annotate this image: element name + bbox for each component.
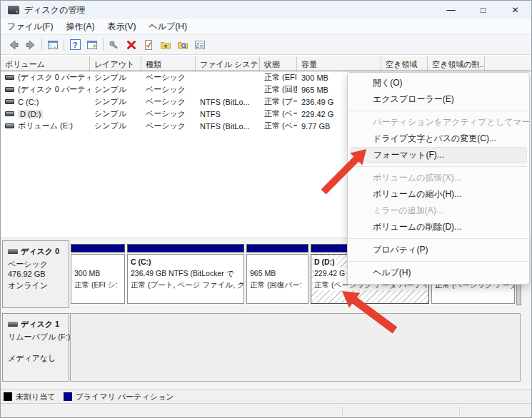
statusbar-divider — [459, 407, 460, 417]
delete-x-icon — [126, 39, 137, 51]
folder-search-button[interactable] — [174, 37, 191, 53]
volume-context-menu: 開く(O) エクスプローラー(E) パーティションをアクティブとしてマーク(M)… — [347, 72, 530, 285]
maximize-button[interactable]: □ — [467, 1, 499, 19]
delete-volume-button[interactable] — [123, 37, 140, 53]
menu-separator — [348, 111, 528, 111]
partition-color-bar — [127, 244, 244, 253]
column-header-capacity[interactable]: 容量 — [297, 56, 381, 71]
toolbar-separator — [64, 39, 64, 51]
console-tree-button[interactable] — [44, 37, 61, 53]
volume-icon — [5, 111, 14, 116]
titlebar: ディスクの管理 — □ ✕ — [1, 1, 531, 19]
legend-primary-swatch — [64, 392, 72, 401]
properties-tool-button[interactable] — [106, 37, 123, 53]
disk0-header[interactable]: ディスク 0 ベーシック 476.92 GB オンライン — [2, 240, 69, 308]
menu-help[interactable]: ヘルプ(H) — [142, 19, 194, 34]
volume-icon — [5, 75, 14, 80]
partition-color-bar — [246, 244, 308, 253]
menubar: ファイル(F) 操作(A) 表示(V) ヘルプ(H) — [1, 19, 531, 35]
volume-icon — [5, 87, 14, 92]
column-header-free[interactable]: 空き領域 — [381, 56, 428, 71]
minimize-button[interactable]: — — [435, 1, 467, 19]
status-bar — [1, 403, 531, 418]
back-arrow-icon — [8, 39, 19, 51]
help-button[interactable]: ? — [66, 37, 84, 53]
help-icon: ? — [70, 39, 81, 50]
menu-item-help[interactable]: ヘルプ(H) — [348, 265, 529, 281]
menu-item-change-drive-letter[interactable]: ドライブ文字とパスの変更(C)... — [348, 131, 529, 147]
export-list-button[interactable] — [140, 37, 157, 53]
menu-view[interactable]: 表示(V) — [101, 19, 142, 34]
toolbar: ? — [1, 35, 531, 55]
column-header-layout[interactable]: レイアウト — [90, 56, 141, 71]
volume-icon — [5, 123, 14, 128]
menu-item-shrink-volume[interactable]: ボリュームの縮小(H)... — [348, 186, 529, 203]
menu-item-mark-active: パーティションをアクティブとしてマーク(M) — [348, 114, 529, 131]
window-title: ディスクの管理 — [24, 4, 85, 16]
partition-efi[interactable]: 300 MB 正常 (EFI シ: — [71, 244, 125, 305]
column-header-free-pct[interactable]: 空き領域の割... — [428, 56, 485, 71]
forward-button[interactable] — [22, 37, 39, 53]
menu-item-extend-volume: ボリュームの拡張(X)... — [348, 170, 529, 186]
close-button[interactable]: ✕ — [499, 1, 531, 19]
column-header-filesystem[interactable]: ファイル システム — [196, 56, 260, 71]
disk1-header[interactable]: ディスク 1 リムーバブル (F:) メディアなし — [2, 313, 69, 382]
menu-item-explorer[interactable]: エクスプローラー(E) — [348, 91, 529, 108]
menu-action[interactable]: 操作(A) — [59, 19, 101, 34]
action-pane-button[interactable] — [84, 37, 101, 53]
menu-item-open[interactable]: 開く(O) — [348, 75, 529, 91]
column-header-volume[interactable]: ボリューム — [1, 56, 90, 71]
column-header-status[interactable]: 状態 — [260, 56, 297, 71]
menu-file[interactable]: ファイル(F) — [1, 19, 59, 34]
partition-color-bar — [71, 244, 125, 253]
back-button[interactable] — [5, 37, 22, 53]
volume-list-header: ボリューム レイアウト 種類 ファイル システム 状態 容量 空き領域 空き領域… — [1, 56, 532, 71]
partition-recovery[interactable]: 965 MB 正常 (回復パー: — [246, 244, 308, 305]
legend-primary-label: プライマリ パーティション — [76, 392, 174, 402]
disk-icon — [8, 249, 18, 254]
column-header-filler — [485, 56, 532, 71]
menu-item-format[interactable]: フォーマット(F)... — [350, 147, 527, 163]
menu-separator — [348, 261, 528, 262]
legend-unallocated-swatch — [4, 392, 12, 401]
legend-unallocated-label: 未割り当て — [16, 392, 56, 402]
disk-icon — [8, 322, 18, 327]
column-header-type[interactable]: 種類 — [141, 56, 196, 71]
folder-up-icon — [160, 39, 171, 51]
disk1-row: ディスク 1 リムーバブル (F:) メディアなし — [2, 313, 531, 382]
folder-search-icon — [177, 39, 189, 51]
toolbar-separator — [41, 39, 42, 51]
task-list-icon — [194, 39, 206, 51]
app-icon — [8, 6, 19, 14]
statusbar-divider — [342, 407, 343, 417]
menu-separator — [348, 238, 528, 239]
legend-bar: 未割り当て プライマリ パーティション — [1, 389, 531, 403]
menu-item-add-mirror: ミラーの追加(A)... — [348, 203, 529, 219]
toolbar-separator — [103, 39, 104, 51]
action-pane-icon — [86, 39, 98, 51]
task-list-button[interactable] — [191, 37, 209, 53]
disk1-no-media-region[interactable] — [70, 313, 521, 382]
menu-separator — [348, 166, 528, 167]
folder-up-button[interactable] — [157, 37, 174, 53]
menu-item-properties[interactable]: プロパティ(P) — [348, 242, 529, 258]
console-tree-icon — [47, 39, 59, 51]
doc-check-icon — [143, 39, 154, 51]
menu-item-delete-volume[interactable]: ボリュームの削除(D)... — [348, 219, 529, 235]
forward-arrow-icon — [25, 39, 36, 51]
partition-c[interactable]: C (C:) 236.49 GB NTFS (BitLocker で 正常 (ブ… — [127, 244, 244, 305]
properties-tool-icon — [109, 39, 120, 51]
volume-icon — [5, 99, 14, 104]
disk-management-window: ディスクの管理 — □ ✕ ファイル(F) 操作(A) 表示(V) ヘルプ(H)… — [0, 0, 532, 418]
